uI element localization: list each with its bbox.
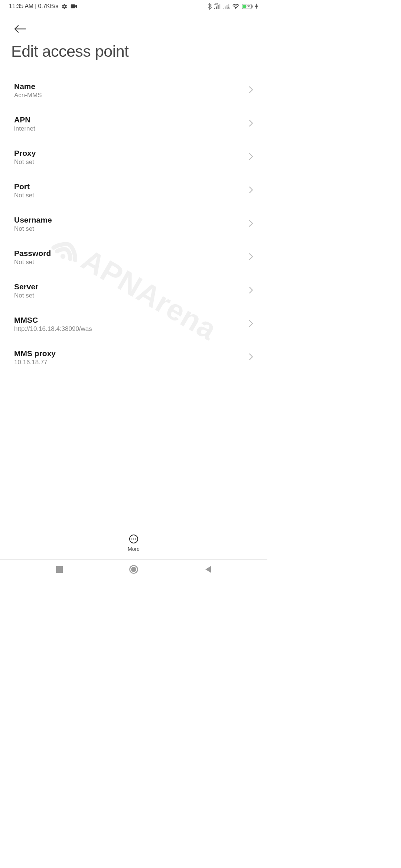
svg-point-10: [235, 8, 236, 9]
setting-row-proxy[interactable]: Proxy Not set: [0, 141, 267, 174]
battery-icon: 38: [242, 4, 253, 9]
square-icon: [56, 566, 63, 573]
status-time: 11:35 AM | 0.7KB/s: [9, 3, 58, 10]
setting-label: MMS proxy: [14, 349, 56, 358]
setting-value: Not set: [14, 158, 36, 166]
chevron-right-icon: [249, 86, 253, 95]
list-fade-overlay: [0, 516, 267, 530]
triangle-left-icon: [205, 566, 211, 573]
setting-value: 10.16.18.77: [14, 359, 56, 366]
setting-value: Not set: [14, 259, 51, 266]
more-button[interactable]: More: [128, 534, 140, 552]
setting-label: APN: [14, 115, 35, 124]
arrow-left-icon: [14, 25, 26, 33]
setting-label: Password: [14, 249, 51, 258]
svg-point-20: [131, 567, 136, 572]
svg-point-17: [135, 538, 136, 539]
nav-home-button[interactable]: [119, 562, 149, 577]
bluetooth-icon: [207, 3, 212, 10]
setting-value: Not set: [14, 225, 52, 233]
charging-icon: [255, 3, 258, 9]
setting-row-name[interactable]: Name Acn-MMS: [0, 74, 267, 107]
setting-row-username[interactable]: Username Not set: [0, 207, 267, 241]
svg-point-16: [133, 538, 134, 539]
setting-row-apn[interactable]: APN internet: [0, 107, 267, 141]
setting-label: Username: [14, 216, 52, 224]
svg-rect-2: [214, 8, 215, 9]
setting-label: Proxy: [14, 149, 36, 158]
svg-rect-6: [223, 8, 224, 9]
chevron-right-icon: [249, 320, 253, 329]
setting-value: Not set: [14, 192, 34, 199]
chevron-right-icon: [249, 253, 253, 262]
svg-point-15: [131, 538, 132, 539]
signal-4g-icon: 4G: [214, 4, 221, 9]
circle-icon: [129, 565, 138, 574]
nav-recent-button[interactable]: [45, 562, 74, 577]
setting-label: Port: [14, 182, 34, 191]
svg-rect-13: [242, 4, 246, 8]
setting-value: Acn-MMS: [14, 92, 42, 99]
setting-row-port[interactable]: Port Not set: [0, 174, 267, 207]
svg-rect-12: [252, 5, 252, 7]
gear-icon: [61, 3, 68, 10]
svg-rect-1: [71, 4, 75, 9]
setting-row-password[interactable]: Password Not set: [0, 241, 267, 274]
settings-list: Name Acn-MMS APN internet Proxy Not set …: [0, 66, 267, 374]
chevron-right-icon: [249, 286, 253, 295]
system-nav-bar: [0, 559, 267, 579]
video-icon: [71, 4, 77, 9]
setting-row-mms-proxy[interactable]: MMS proxy 10.16.18.77: [0, 341, 267, 374]
svg-rect-5: [219, 4, 221, 9]
bottom-action-bar: More: [0, 529, 267, 557]
more-icon: [129, 534, 138, 545]
signal-none-icon: [223, 4, 230, 9]
setting-label: Name: [14, 82, 42, 91]
page-title: Edit access point: [11, 42, 256, 63]
status-bar-right: 4G 38: [207, 3, 258, 10]
setting-value: internet: [14, 125, 35, 132]
chevron-right-icon: [249, 186, 253, 195]
page-header: Edit access point: [0, 13, 267, 66]
svg-rect-8: [226, 5, 228, 9]
back-button[interactable]: [13, 22, 27, 36]
wifi-icon: [232, 3, 239, 9]
svg-rect-3: [216, 6, 217, 9]
chevron-right-icon: [249, 153, 253, 162]
setting-row-mmsc[interactable]: MMSC http://10.16.18.4:38090/was: [0, 308, 267, 341]
status-bar: 11:35 AM | 0.7KB/s 4G 38: [0, 0, 267, 13]
svg-rect-18: [56, 566, 63, 573]
chevron-right-icon: [249, 119, 253, 128]
setting-row-server[interactable]: Server Not set: [0, 274, 267, 308]
svg-rect-7: [225, 6, 226, 9]
nav-back-button[interactable]: [193, 562, 223, 577]
chevron-right-icon: [249, 353, 253, 362]
more-label: More: [128, 546, 140, 552]
setting-value: http://10.16.18.4:38090/was: [14, 325, 92, 333]
setting-label: Server: [14, 282, 38, 291]
status-bar-left: 11:35 AM | 0.7KB/s: [9, 3, 77, 10]
chevron-right-icon: [249, 220, 253, 228]
setting-label: MMSC: [14, 316, 92, 325]
setting-value: Not set: [14, 292, 38, 299]
